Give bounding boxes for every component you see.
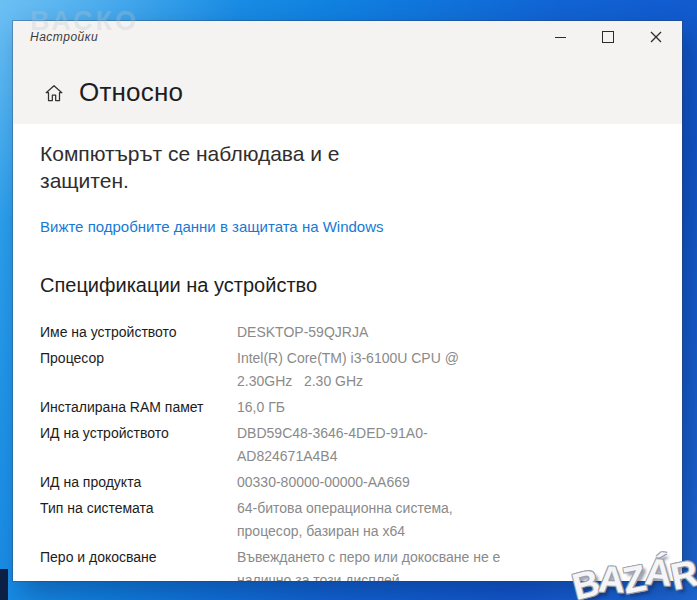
spec-label: Процесор [40,347,237,393]
page-title: Относно [79,77,183,108]
desktop-background: ВАСКО Настройки [0,0,697,600]
spec-value: Intel(R) Core(TM) i3-6100U CPU @ 2.30GHz… [237,347,459,393]
spec-value: DESKTOP-59QJRJA [237,321,368,344]
spec-value: 16,0 ГБ [237,396,285,419]
table-row: Тип на системата 64-битова операционна с… [40,497,658,543]
table-row: Перо и докосване Въвеждането с перо или … [40,546,658,581]
minimize-button[interactable] [536,21,584,53]
spec-label: Тип на системата [40,497,237,543]
close-icon [650,31,662,43]
spec-value: DBD59C48-3646-4DED-91A0- AD824671A4B4 [237,422,428,468]
desktop-corner-shape [0,569,8,600]
table-row: Процесор Intel(R) Core(TM) i3-6100U CPU … [40,347,658,393]
spec-label: ИД на устройството [40,422,237,468]
window-controls [536,21,680,53]
table-row: ИД на устройството DBD59C48-3646-4DED-91… [40,422,658,468]
spec-label: Инсталирана RAM памет [40,396,237,419]
close-button[interactable] [632,21,680,53]
window-top-area: Настройки [13,21,682,124]
page-header: Относно [13,53,682,124]
maximize-icon [602,31,614,43]
spec-label: Име на устройството [40,321,237,344]
table-row: ИД на продукта 00330-80000-00000-AA669 [40,471,658,494]
window-title: Настройки [30,30,98,44]
spec-value: 00330-80000-00000-AA669 [237,471,410,494]
minimize-icon [555,37,566,38]
titlebar[interactable]: Настройки [13,21,682,53]
settings-window: Настройки [13,21,682,581]
page-content: Компютърът се наблюдава и е защитен. Виж… [13,124,682,581]
home-icon [44,83,64,103]
spec-label: ИД на продукта [40,471,237,494]
windows-security-link[interactable]: Вижте подробните данни в защитата на Win… [40,218,384,235]
table-row: Име на устройството DESKTOP-59QJRJA [40,321,658,344]
device-specs-section-title: Спецификации на устройство [40,273,658,297]
device-specs-table: Име на устройството DESKTOP-59QJRJA Проц… [40,321,658,581]
spec-value: Въвеждането с перо или докосване не е на… [237,546,500,581]
spec-label: Перо и докосване [40,546,237,581]
security-status-heading: Компютърът се наблюдава и е защитен. [40,140,658,194]
spec-value: 64-битова операционна система, процесор,… [237,497,453,543]
table-row: Инсталирана RAM памет 16,0 ГБ [40,396,658,419]
maximize-button[interactable] [584,21,632,53]
